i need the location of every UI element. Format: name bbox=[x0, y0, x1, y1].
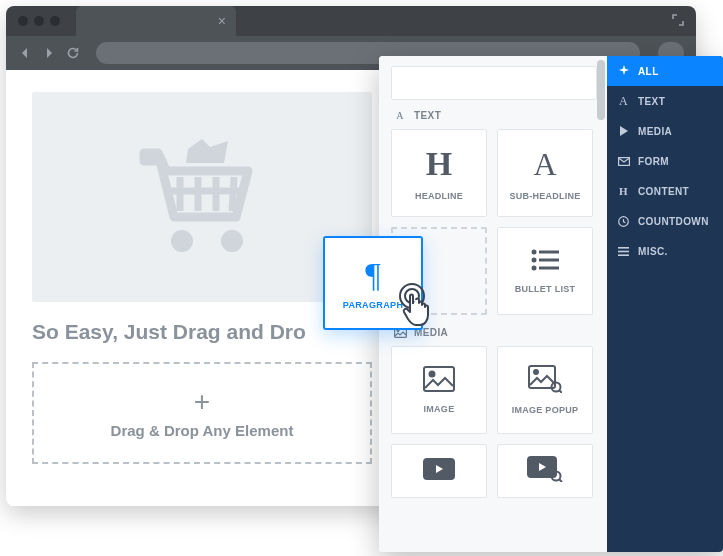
text-icon: A bbox=[617, 94, 630, 109]
cart-icon bbox=[122, 125, 282, 269]
sidebar-item-label: FORM bbox=[638, 156, 669, 167]
tile-label: SUB-HEADLINE bbox=[509, 191, 580, 201]
text-icon: A bbox=[393, 110, 407, 121]
envelope-icon bbox=[617, 157, 630, 166]
tile-label: BULLET LIST bbox=[515, 284, 575, 294]
plus-icon: + bbox=[194, 388, 210, 416]
tile-label: HEADLINE bbox=[415, 191, 463, 201]
tile-imagepopup[interactable]: IMAGE POPUP bbox=[497, 346, 593, 434]
tile-label: PARAGRAPH bbox=[343, 300, 404, 310]
sidebar-item-form[interactable]: FORM bbox=[607, 146, 723, 176]
svg-rect-28 bbox=[618, 250, 629, 252]
svg-point-6 bbox=[221, 230, 243, 252]
window-controls[interactable] bbox=[18, 16, 60, 26]
section-label: TEXT bbox=[414, 110, 441, 121]
sidebar-item-content[interactable]: H CONTENT bbox=[607, 176, 723, 206]
window-maximize-dot[interactable] bbox=[50, 16, 60, 26]
sidebar-item-label: CONTENT bbox=[638, 186, 689, 197]
svg-point-18 bbox=[534, 370, 538, 374]
sidebar-item-label: MEDIA bbox=[638, 126, 672, 137]
tile-video[interactable] bbox=[391, 444, 487, 498]
back-icon[interactable] bbox=[18, 46, 32, 60]
svg-rect-27 bbox=[618, 247, 629, 249]
tile-bulletlist[interactable]: BULLET LIST bbox=[497, 227, 593, 315]
svg-line-20 bbox=[559, 390, 562, 393]
paragraph-icon: ¶ bbox=[365, 256, 380, 294]
headline-icon: H bbox=[426, 145, 452, 183]
tile-label: IMAGE bbox=[424, 404, 455, 414]
svg-point-16 bbox=[430, 372, 435, 377]
svg-rect-12 bbox=[539, 267, 559, 270]
search-input[interactable] bbox=[391, 66, 597, 100]
tile-label: IMAGE POPUP bbox=[512, 405, 578, 415]
window-close-dot[interactable] bbox=[18, 16, 28, 26]
tile-image[interactable]: IMAGE bbox=[391, 346, 487, 434]
lines-icon bbox=[617, 247, 630, 256]
tile-headline[interactable]: H HEADLINE bbox=[391, 129, 487, 217]
sidebar-item-label: COUNTDOWN bbox=[638, 216, 709, 227]
svg-line-24 bbox=[559, 479, 562, 482]
close-icon[interactable]: × bbox=[218, 14, 226, 28]
sidebar-item-countdown[interactable]: COUNTDOWN bbox=[607, 206, 723, 236]
window-minimize-dot[interactable] bbox=[34, 16, 44, 26]
sidebar-item-misc[interactable]: MISC. bbox=[607, 236, 723, 266]
sidebar-item-label: ALL bbox=[638, 66, 659, 77]
svg-rect-10 bbox=[539, 259, 559, 262]
content-icon: H bbox=[617, 185, 630, 197]
svg-point-7 bbox=[532, 250, 537, 255]
video-icon bbox=[423, 458, 455, 484]
image-icon bbox=[423, 366, 455, 396]
tile-subheadline[interactable]: A SUB-HEADLINE bbox=[497, 129, 593, 217]
scrollbar-thumb[interactable] bbox=[597, 60, 605, 120]
expand-icon[interactable] bbox=[672, 12, 684, 30]
dropzone-label: Drag & Drop Any Element bbox=[111, 422, 294, 439]
image-placeholder[interactable] bbox=[32, 92, 372, 302]
reload-icon[interactable] bbox=[66, 46, 80, 60]
play-icon bbox=[617, 126, 630, 136]
clock-icon bbox=[617, 216, 630, 227]
forward-icon[interactable] bbox=[42, 46, 56, 60]
imagepopup-icon bbox=[528, 365, 562, 397]
svg-rect-8 bbox=[539, 251, 559, 254]
sidebar-item-media[interactable]: MEDIA bbox=[607, 116, 723, 146]
tile-videopopup[interactable] bbox=[497, 444, 593, 498]
browser-titlebar: × bbox=[6, 6, 696, 36]
cursor-hand-icon bbox=[398, 282, 442, 334]
sidebar-item-text[interactable]: A TEXT bbox=[607, 86, 723, 116]
sidebar-item-label: MISC. bbox=[638, 246, 668, 257]
sidebar-item-label: TEXT bbox=[638, 96, 665, 107]
section-text: A TEXT bbox=[393, 110, 597, 121]
svg-rect-29 bbox=[618, 254, 629, 256]
svg-point-9 bbox=[532, 258, 537, 263]
browser-tab[interactable]: × bbox=[76, 6, 236, 36]
sparkle-icon bbox=[617, 65, 630, 77]
subheadline-icon: A bbox=[533, 146, 556, 183]
drop-zone[interactable]: + Drag & Drop Any Element bbox=[32, 362, 372, 464]
svg-point-11 bbox=[532, 266, 537, 271]
bulletlist-icon bbox=[530, 248, 560, 276]
sidebar-item-all[interactable]: ALL bbox=[607, 56, 723, 86]
category-sidebar: ALL A TEXT MEDIA FORM H CONTENT COUNTDOW… bbox=[607, 56, 723, 552]
svg-rect-15 bbox=[424, 367, 454, 391]
svg-point-5 bbox=[171, 230, 193, 252]
videopopup-icon bbox=[527, 456, 563, 486]
